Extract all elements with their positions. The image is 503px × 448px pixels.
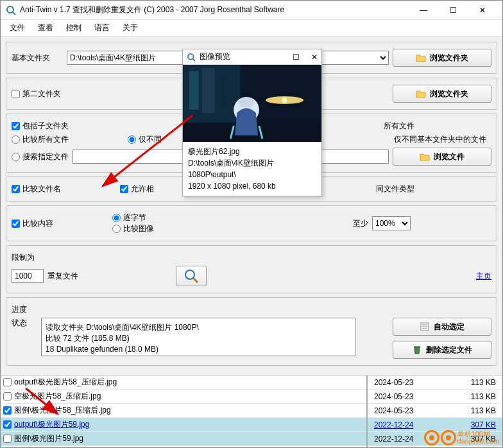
result-checkbox[interactable] [3,406,12,415]
preview-path: D:\tools\桌面\4K壁纸图片 1080P\output\ [188,157,316,180]
result-checkbox[interactable] [3,378,12,386]
result-date: 2024-05-23 [370,406,438,415]
result-filename: 图例\极光图片59.jpg [14,433,83,444]
list-icon [420,322,430,332]
result-date: 2024-05-23 [370,378,438,387]
menubar: 文件 查看 控制 语言 关于 [1,20,502,37]
menu-control[interactable]: 控制 [66,22,81,33]
status-output: 读取文件夹 D:\tools\桌面\4K壁纸图片 1080P\ 比较 72 文件… [41,318,355,356]
result-checkbox[interactable] [3,435,12,443]
result-filename: output\极光图片58_压缩后.jpg [14,377,117,388]
browse-folder-button-2[interactable]: 浏览文件夹 [393,85,491,103]
menu-about[interactable]: 关于 [123,22,138,33]
titlebar: Anti-Twin v 1.7 查找和删除重复文件 (C) 2003 - 200… [1,1,502,20]
result-row[interactable]: output\极光图片58_压缩后.jpg [1,375,366,390]
app-icon [6,5,16,15]
allow-perm-checkbox[interactable]: 允许相 [120,184,154,194]
auto-select-button[interactable]: 自动选定 [393,318,491,336]
homepage-link[interactable]: 主页 [476,271,491,282]
svg-rect-14 [202,68,215,113]
search-spec-radio[interactable]: 搜索指定文件 [12,151,69,162]
result-row[interactable]: output\极光图片62.jpg [1,446,366,447]
base-folder-label: 基本文件夹 [12,53,63,64]
svg-rect-15 [217,74,225,110]
preview-image [183,65,321,142]
result-date: 2024-05-23 [370,392,438,401]
menu-view[interactable]: 查看 [38,22,53,33]
byte-radio[interactable]: 逐字节 [112,213,146,222]
preview-dims: 1920 x 1080 pixel, 680 kb [188,180,316,192]
svg-rect-20 [239,98,254,107]
limit-label: 限制为 [12,252,35,263]
result-date: 2022-12-24 [370,420,438,429]
magnify-icon [187,53,196,62]
compare-all-radio[interactable]: 比较所有文件 [12,134,69,145]
result-row[interactable]: 图例\极光图片59.jpg [1,432,366,446]
only-same-radio[interactable]: 仅不同 [128,134,162,145]
limit-input[interactable] [12,269,44,283]
result-meta-row[interactable]: 2022-12-24680 KB [368,446,502,447]
svg-point-2 [185,270,194,279]
maximize-button[interactable]: ☐ [438,1,468,20]
preview-close-button[interactable]: ✕ [311,53,318,62]
svg-point-0 [7,6,13,13]
magnify-icon [183,268,199,284]
search-button[interactable] [176,266,207,286]
browse-file-button[interactable]: 浏览文件 [393,148,491,166]
result-row[interactable]: 空极光图片58_压缩后.jpg [1,390,366,404]
at-least-label: 至少 [353,218,368,229]
result-filename: output\极光图片59.jpg [14,419,89,430]
result-filename: 空极光图片58_压缩后.jpg [14,391,101,402]
svg-line-1 [13,12,15,15]
svg-rect-13 [189,71,199,110]
include-subfolders-checkbox[interactable]: 包括子文件夹 [12,121,69,132]
result-filename: 图例\极光图片58_压缩后.jpg [14,405,111,416]
image-radio[interactable]: 比较图像 [112,224,154,233]
result-row[interactable]: output\极光图片59.jpg [1,418,366,432]
result-checkbox[interactable] [3,420,12,429]
image-preview-window: 图像预览 ☐ ✕ 极光图片62.jpg D:\tools\桌面\4K壁纸图片 1… [182,49,322,196]
result-meta-row[interactable]: 2024-05-23113 KB [368,390,502,404]
minimize-button[interactable]: — [409,1,438,20]
same-type-label: 同文件类型 [376,184,414,194]
svg-point-9 [188,53,194,59]
svg-line-3 [193,278,198,282]
compare-content-checkbox[interactable]: 比较内容 [12,218,53,229]
result-meta-row[interactable]: 2024-05-23113 KB [368,375,502,390]
svg-line-10 [193,58,196,61]
result-meta-row[interactable]: 2024-05-23113 KB [368,404,502,418]
result-size: 113 KB [451,406,496,415]
watermark: 单机100网danji100.com [424,430,499,445]
result-size: 113 KB [451,392,496,401]
svg-point-17 [282,98,287,103]
dup-files-label: 重复文件 [47,271,78,282]
result-checkbox[interactable] [3,392,12,401]
result-size: 113 KB [451,378,496,387]
second-folder-checkbox[interactable]: 第二文件夹 [12,89,61,99]
preview-maximize-button[interactable]: ☐ [293,53,300,62]
folder-icon [420,152,430,161]
preview-filename: 极光图片62.jpg [188,146,316,157]
status-label: 状态 [12,318,37,329]
folder-icon [416,89,426,98]
menu-file[interactable]: 文件 [10,22,25,33]
only-diff-label: 仅不同基本文件夹中的文件 [394,134,486,145]
progress-label: 进度 [12,304,37,315]
folder-icon [416,53,426,62]
preview-title: 图像预览 [200,51,230,62]
result-size: 307 KB [451,420,496,429]
svg-rect-8 [414,346,420,347]
delete-selected-button[interactable]: 删除选定文件 [393,341,491,359]
all-files-label: 所有文件 [384,121,414,132]
close-button[interactable]: ✕ [468,1,497,20]
trash-icon [412,345,422,355]
percent-select[interactable]: 100% [372,216,411,230]
browse-folder-button-1[interactable]: 浏览文件夹 [393,49,491,67]
compare-name-checkbox[interactable]: 比较文件名 [12,184,61,194]
result-row[interactable]: 图例\极光图片58_压缩后.jpg [1,404,366,418]
menu-lang[interactable]: 语言 [94,22,110,33]
window-title: Anti-Twin v 1.7 查找和删除重复文件 (C) 2003 - 200… [20,4,409,15]
